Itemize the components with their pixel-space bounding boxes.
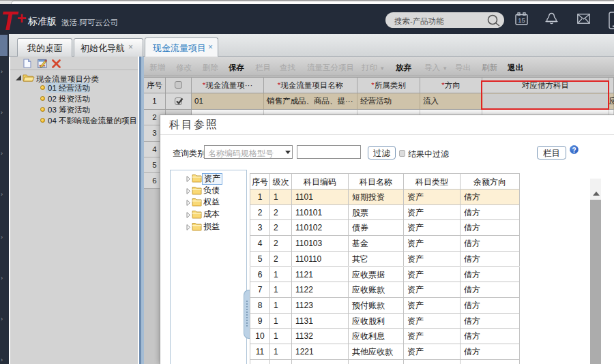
svg-text:15: 15 [518, 16, 525, 24]
